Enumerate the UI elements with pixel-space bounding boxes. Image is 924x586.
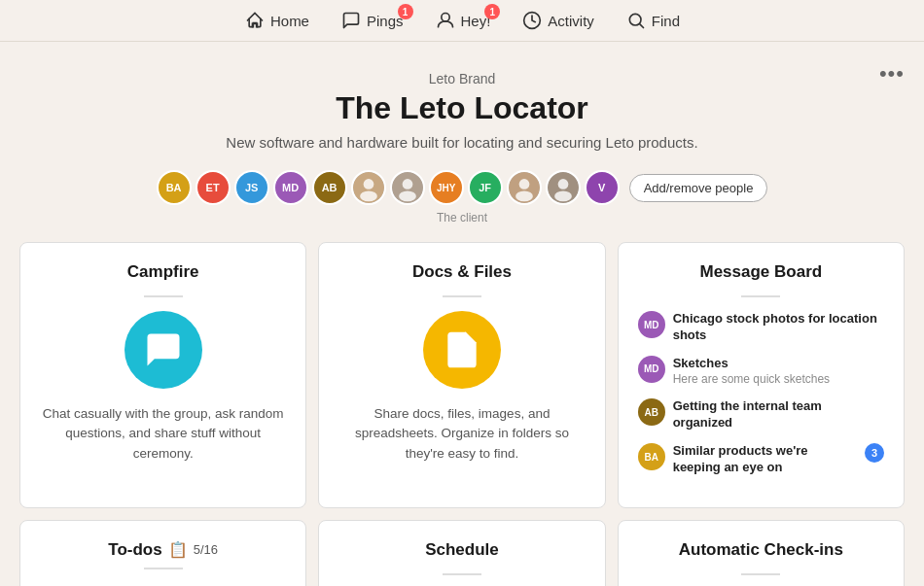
msg-title-2: Getting the internal team organized <box>673 398 884 431</box>
svg-point-8 <box>399 191 416 202</box>
hey-badge: 1 <box>484 4 500 19</box>
msg-content-3: Similar products we're keeping an eye on <box>673 443 857 476</box>
nav-find[interactable]: Find <box>625 10 680 31</box>
avatar-MD[interactable]: MD <box>273 170 308 205</box>
avatar-photo4[interactable] <box>546 170 581 205</box>
nav-find-label: Find <box>652 13 680 29</box>
project-brand: Leto Brand <box>19 71 905 86</box>
svg-point-11 <box>515 191 533 202</box>
todos-card[interactable]: To-dos 📋 5/16 Probably resource needs 3 … <box>19 520 306 586</box>
svg-point-0 <box>441 14 448 21</box>
campfire-icon <box>124 311 202 389</box>
avatar-JHY[interactable]: JHY <box>429 170 464 205</box>
nav-home-label: Home <box>270 13 309 29</box>
campfire-title: Campfire <box>40 262 286 282</box>
avatars-row: BA ET JS MD AB JHY JF V Add/remove peopl… <box>19 170 905 205</box>
msg-title-3: Similar products we're keeping an eye on <box>673 443 857 476</box>
project-title: The Leto Locator <box>19 90 905 126</box>
message-item-0[interactable]: MD Chicago stock photos for location sho… <box>638 311 884 344</box>
message-board-divider <box>741 295 780 297</box>
message-item-3[interactable]: BA Similar products we're keeping an eye… <box>638 443 884 476</box>
avatar-ET[interactable]: ET <box>195 170 231 205</box>
pings-badge: 1 <box>398 4 413 19</box>
avatar-photo1[interactable] <box>351 170 386 205</box>
svg-point-14 <box>554 191 572 202</box>
avatar-BA[interactable]: BA <box>157 170 192 205</box>
client-label: The client <box>19 211 905 224</box>
svg-point-7 <box>402 179 412 190</box>
nav-activity-label: Activity <box>548 13 594 29</box>
svg-point-5 <box>360 191 377 202</box>
nav-pings[interactable]: 1 Pings <box>340 10 404 31</box>
avatar-AB[interactable]: AB <box>312 170 347 205</box>
msg-avatar-MD-1: MD <box>638 311 665 338</box>
msg-avatar-BA: BA <box>638 443 665 470</box>
msg-badge-3: 3 <box>865 443 884 463</box>
pings-icon <box>340 10 362 31</box>
campfire-description: Chat casually with the group, ask random… <box>40 404 286 464</box>
schedule-card[interactable]: Schedule <box>318 520 605 586</box>
message-board-title: Message Board <box>638 262 884 282</box>
avatar-JS[interactable]: JS <box>234 170 269 205</box>
todos-header: To-dos 📋 5/16 <box>40 540 286 560</box>
campfire-icon-wrap <box>40 311 286 389</box>
msg-content-1: Sketches Here are some quick sketches <box>673 356 884 387</box>
activity-icon <box>521 10 543 31</box>
avatar-photo3[interactable] <box>507 170 542 205</box>
todos-icon: 📋 <box>168 540 188 559</box>
project-description: New software and hardware built for loca… <box>19 134 905 151</box>
msg-avatar-AB: AB <box>638 398 665 426</box>
todos-progress: 5/16 <box>194 542 218 557</box>
checkins-title: Automatic Check-ins <box>638 540 884 560</box>
main-nav: Home 1 Pings 1 Hey! Activity <box>0 0 924 42</box>
avatar-photo2[interactable] <box>390 170 425 205</box>
avatar-V[interactable]: V <box>585 170 620 205</box>
home-icon <box>244 10 266 31</box>
svg-point-2 <box>629 14 641 25</box>
msg-sub-1: Here are some quick sketches <box>673 372 884 388</box>
svg-point-10 <box>518 179 529 190</box>
nav-home[interactable]: Home <box>244 10 309 31</box>
message-board-card[interactable]: Message Board MD Chicago stock photos fo… <box>618 242 905 508</box>
schedule-title: Schedule <box>338 540 585 560</box>
msg-title-1: Sketches <box>673 356 884 372</box>
tools-grid: Campfire Chat casually with the group, a… <box>19 242 905 586</box>
docs-description: Share docs, files, images, and spreadshe… <box>338 404 585 464</box>
docs-icon-wrap <box>338 311 585 389</box>
campfire-card[interactable]: Campfire Chat casually with the group, a… <box>19 242 306 508</box>
svg-point-4 <box>363 179 373 190</box>
svg-point-13 <box>557 179 568 190</box>
docs-icon <box>423 311 501 389</box>
todos-divider <box>144 568 183 569</box>
main-content: ••• Leto Brand The Leto Locator New soft… <box>0 42 924 586</box>
checkins-divider <box>741 573 780 575</box>
msg-content-0: Chicago stock photos for location shots <box>673 311 884 344</box>
nav-hey[interactable]: 1 Hey! <box>435 10 491 31</box>
avatar-JF[interactable]: JF <box>468 170 503 205</box>
hey-icon <box>435 10 456 31</box>
nav-activity[interactable]: Activity <box>521 10 594 31</box>
msg-content-2: Getting the internal team organized <box>673 398 884 431</box>
docs-card[interactable]: Docs & Files Share docs, files, images, … <box>318 242 605 508</box>
find-icon <box>625 10 647 31</box>
docs-divider <box>443 295 481 297</box>
message-item-1[interactable]: MD Sketches Here are some quick sketches <box>638 356 884 387</box>
more-options-button[interactable]: ••• <box>879 61 905 86</box>
schedule-divider <box>443 573 481 575</box>
msg-avatar-MD-2: MD <box>638 356 665 383</box>
msg-title-0: Chicago stock photos for location shots <box>673 311 884 344</box>
todos-title: To-dos <box>108 540 161 560</box>
docs-title: Docs & Files <box>338 262 585 282</box>
add-remove-people-button[interactable]: Add/remove people <box>629 174 768 202</box>
campfire-divider <box>144 295 183 297</box>
message-item-2[interactable]: AB Getting the internal team organized <box>638 398 884 431</box>
checkins-card[interactable]: Automatic Check-ins <box>618 520 905 586</box>
